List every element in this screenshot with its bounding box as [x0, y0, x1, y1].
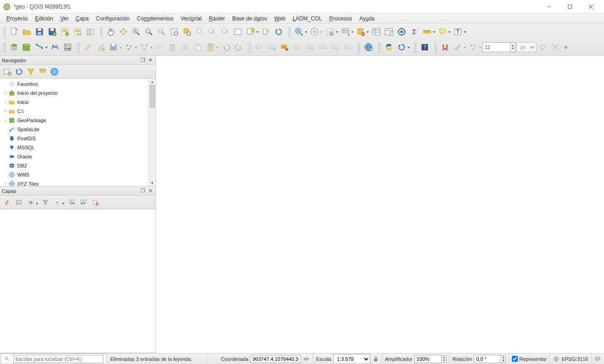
add-feature-button[interactable]	[49, 41, 61, 54]
vertex-tool-button[interactable]: ▼	[138, 41, 151, 54]
zoom-last-button[interactable]	[206, 25, 219, 38]
map-canvas[interactable]	[156, 56, 604, 353]
browser-panel-float-button[interactable]: ❐	[139, 57, 147, 64]
snapping-intersection-button[interactable]	[549, 41, 562, 54]
snapping-tolerance-input[interactable]	[482, 42, 511, 52]
move-label-button[interactable]: abc	[316, 41, 329, 54]
save-edits-button[interactable]	[94, 41, 107, 54]
browser-item-geopackage[interactable]: ›GeoPackage	[1, 116, 155, 125]
layers-panel-close-button[interactable]: ✕	[147, 187, 154, 195]
layers-remove-button[interactable]	[90, 197, 101, 208]
zoom-out-button[interactable]	[142, 25, 155, 38]
pan-button[interactable]	[104, 25, 117, 38]
open-project-button[interactable]	[20, 25, 33, 38]
layers-style-button[interactable]	[2, 197, 13, 208]
show-hide-labels-button[interactable]: abc	[304, 41, 316, 54]
refresh-button[interactable]	[272, 25, 285, 38]
menu-procesos[interactable]: Procesos	[326, 15, 356, 23]
undo-button[interactable]	[220, 41, 232, 54]
style-manager-button[interactable]	[84, 25, 97, 38]
add-virtual-layer-button[interactable]	[61, 41, 74, 54]
browser-collapse-button[interactable]	[37, 66, 48, 77]
actions-button[interactable]: ▼	[308, 25, 321, 38]
measure-button[interactable]: ▼	[421, 25, 433, 38]
menu-proyecto[interactable]: Proyecto	[3, 15, 31, 23]
menu-configuracion[interactable]: Configuración	[92, 15, 133, 23]
new-map-view-button[interactable]	[231, 25, 244, 38]
coord-input[interactable]	[250, 355, 301, 363]
browser-item-folder[interactable]: ›C:\	[1, 107, 155, 116]
menu-ladmcol[interactable]: LADM_COL	[289, 15, 326, 23]
browser-item-oracle[interactable]: Oracle	[1, 152, 155, 161]
data-source-manager-button[interactable]	[8, 41, 20, 54]
zoom-selection-button[interactable]	[181, 25, 193, 38]
tree-caret-icon[interactable]: ›	[3, 118, 8, 123]
redo-button[interactable]	[232, 41, 245, 54]
browser-scrollbar[interactable]: ▲ ▼	[148, 79, 156, 186]
processing-toolbox-button[interactable]	[395, 25, 408, 38]
browser-item-project-home[interactable]: ›Inicio del proyecto	[1, 89, 155, 98]
browser-item-star[interactable]: Favoritos	[1, 79, 155, 89]
zoom-layer-button[interactable]	[193, 25, 206, 38]
select-by-value-button[interactable]: ε▼	[339, 25, 352, 38]
browser-item-mssql[interactable]: MSSQL	[1, 143, 155, 152]
menu-web[interactable]: Web	[270, 15, 289, 23]
menu-capa[interactable]: Capa	[72, 15, 93, 23]
paste-features-button[interactable]: ▼	[204, 41, 217, 54]
python-console-button[interactable]	[383, 41, 395, 54]
show-bookmarks-button[interactable]	[260, 25, 272, 38]
modify-attributes-button[interactable]	[153, 41, 166, 54]
delete-selected-button[interactable]	[166, 41, 179, 54]
browser-item-db2[interactable]: DB2DB2	[1, 161, 155, 170]
menu-ayuda[interactable]: Ayuda	[356, 15, 378, 23]
browser-item-spatialite[interactable]: SpatiaLite	[1, 125, 155, 134]
zoom-full-button[interactable]	[168, 25, 181, 38]
lock-scale-icon[interactable]	[372, 355, 379, 363]
menu-complementos[interactable]: Complementos	[133, 15, 177, 23]
new-project-button[interactable]	[8, 25, 20, 38]
layers-expression-filter-button[interactable]: ε▼	[52, 197, 63, 208]
browser-refresh-button[interactable]	[14, 66, 25, 77]
toolbar-overflow-button[interactable]: »	[562, 41, 570, 54]
pan-to-selection-button[interactable]	[117, 25, 130, 38]
map-tips-button[interactable]: ▼	[436, 25, 449, 38]
window-minimize-button[interactable]	[539, 0, 560, 14]
browser-item-wms[interactable]: WMS	[1, 170, 155, 179]
metasearch-button[interactable]	[362, 41, 375, 54]
save-layer-edits-button[interactable]: ▼	[107, 41, 120, 54]
browser-properties-button[interactable]: i	[49, 66, 60, 77]
browser-add-button[interactable]	[2, 66, 13, 77]
menu-edicion[interactable]: Edición	[31, 15, 56, 23]
topological-editing-button[interactable]	[536, 41, 549, 54]
new-bookmark-button[interactable]: ▼	[244, 25, 257, 38]
rotate-label-button[interactable]: abc	[329, 41, 342, 54]
layers-panel-float-button[interactable]: ❐	[139, 187, 147, 195]
browser-filter-button[interactable]	[25, 66, 36, 77]
deselect-button[interactable]: ▼	[354, 25, 367, 38]
layers-filter-button[interactable]	[40, 197, 51, 208]
scale-select[interactable]: 1:3.579	[333, 354, 370, 364]
menu-ver[interactable]: Ver	[57, 15, 72, 23]
zoom-in-button[interactable]	[130, 25, 142, 38]
rotation-input[interactable]	[474, 355, 501, 363]
identify-button[interactable]: i▼	[293, 25, 305, 38]
snapping-button[interactable]	[439, 41, 452, 54]
layers-add-group-button[interactable]	[14, 197, 25, 208]
snapping-type-button[interactable]: ▼	[467, 41, 480, 54]
browser-item-xyz[interactable]: ›XYZ Tiles	[1, 179, 155, 186]
highlight-pinned-labels-button[interactable]: ab	[278, 41, 291, 54]
help-button[interactable]: ?	[418, 41, 431, 54]
add-point-feature-button[interactable]: ▼	[123, 41, 135, 54]
window-maximize-button[interactable]	[560, 0, 580, 14]
layers-tree[interactable]	[0, 209, 156, 353]
browser-item-postgis[interactable]: PostGIS	[1, 134, 155, 143]
layer-labeling-button[interactable]: abc	[253, 41, 265, 54]
new-geopackage-button[interactable]	[20, 41, 33, 54]
browser-item-folder[interactable]: ›Inicio	[1, 98, 155, 107]
messages-icon[interactable]	[594, 355, 601, 363]
copy-features-button[interactable]	[192, 41, 204, 54]
tree-caret-icon[interactable]: ›	[3, 91, 8, 95]
pin-labels-button[interactable]: abc	[291, 41, 304, 54]
field-calculator-button[interactable]	[383, 25, 395, 38]
snapping-unit-select[interactable]: px	[516, 42, 536, 52]
